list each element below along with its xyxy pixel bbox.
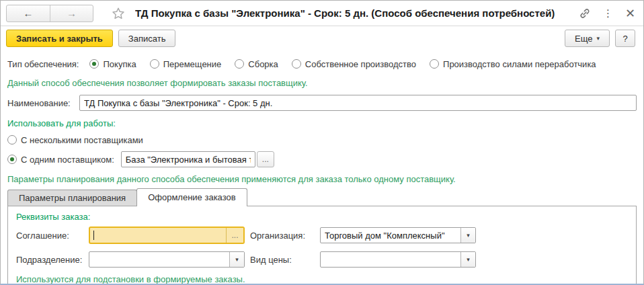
agreement-input[interactable] — [90, 228, 226, 243]
radio-label: Сборка — [248, 59, 278, 69]
organization-dropdown-icon[interactable]: ▾ — [460, 228, 475, 243]
title-bar: ← → ТД Покупка с базы "Электроника" - Ср… — [1, 1, 643, 26]
tab-bar: Параметры планирования Оформление заказо… — [7, 188, 637, 206]
save-and-close-button[interactable]: Записать и закрыть — [6, 30, 113, 47]
radio-circle — [89, 59, 99, 69]
radio-circle — [235, 59, 244, 69]
substitution-note: Используются для подстановки в формируем… — [16, 274, 628, 284]
name-label: Наименование: — [7, 98, 79, 108]
department-input[interactable] — [89, 252, 229, 267]
help-button[interactable]: ? — [615, 30, 635, 47]
radio-circle — [430, 59, 439, 69]
radio-circle — [7, 135, 17, 145]
order-processing-panel: Реквизиты заказа: Соглашение: ... Органи… — [7, 206, 637, 285]
price-type-dropdown-icon[interactable]: ▾ — [460, 252, 475, 267]
radio-label: С одним поставщиком: — [21, 155, 114, 165]
department-dropdown-icon[interactable]: ▾ — [229, 252, 244, 267]
supply-type-label: Тип обеспечения: — [7, 59, 79, 69]
agreement-field: ... — [89, 227, 245, 244]
forward-arrow-icon[interactable]: → — [50, 5, 93, 22]
order-details-header: Реквизиты заказа: — [16, 212, 628, 222]
supplier-choose-button[interactable]: ... — [257, 151, 274, 167]
organization-combo: ▾ — [320, 227, 476, 243]
price-type-combo: ▾ — [320, 251, 476, 268]
radio-assembly[interactable]: Сборка — [235, 59, 278, 69]
organization-input[interactable] — [321, 228, 460, 243]
radio-single-supplier[interactable]: С одним поставщиком: — [7, 155, 114, 165]
supplier-orders-note: Данный способ обеспечения позволяет форм… — [7, 78, 637, 89]
back-arrow-icon[interactable]: ← — [7, 5, 50, 22]
supply-type-row: Тип обеспечения: Покупка Перемещение Сбо… — [7, 57, 637, 71]
radio-label: С несколькими поставщиками — [21, 135, 143, 145]
page-title: ТД Покупка с базы "Электроника" - Срок: … — [135, 7, 572, 19]
save-button[interactable]: Записать — [118, 30, 176, 47]
more-button[interactable]: Еще ▾ — [565, 30, 610, 47]
link-icon[interactable] — [579, 7, 591, 19]
department-combo: ▾ — [89, 251, 245, 268]
text-cursor — [93, 231, 94, 240]
radio-purchase[interactable]: Покупка — [89, 59, 136, 69]
radio-label: Собственное производство — [305, 59, 416, 69]
tab-order-processing[interactable]: Оформление заказов — [136, 188, 247, 206]
more-button-label: Еще — [575, 34, 592, 44]
radio-circle — [150, 59, 159, 69]
radio-circle — [292, 59, 301, 69]
agreement-choose-button[interactable]: ... — [226, 228, 243, 243]
supply-method-form-window: ← → ТД Покупка с базы "Электроника" - Ср… — [0, 0, 644, 285]
chevron-down-icon: ▾ — [596, 35, 600, 42]
favorite-star-icon[interactable] — [111, 6, 126, 21]
order-details-grid: Соглашение: ... Организация: ▾ Подраздел… — [16, 227, 628, 268]
radio-circle — [7, 155, 17, 164]
price-type-input[interactable] — [321, 252, 460, 267]
radio-processor-production[interactable]: Производство силами переработчика — [430, 59, 596, 69]
multiple-suppliers-row: С несколькими поставщиками — [7, 134, 637, 146]
department-label: Подразделение: — [16, 255, 83, 265]
name-input[interactable] — [79, 95, 637, 111]
price-type-label: Вид цены: — [250, 255, 315, 265]
form-body: Тип обеспечения: Покупка Перемещение Сбо… — [1, 50, 643, 285]
planning-note: Параметры планирования данного способа о… — [7, 174, 637, 185]
organization-label: Организация: — [250, 231, 315, 241]
radio-transfer[interactable]: Перемещение — [150, 59, 222, 69]
command-bar: Записать и закрыть Записать Еще ▾ ? — [1, 26, 643, 50]
radio-label: Производство силами переработчика — [443, 59, 596, 69]
name-row: Наименование: — [7, 95, 637, 111]
radio-multiple-suppliers[interactable]: С несколькими поставщиками — [7, 135, 143, 145]
tab-planning-parameters[interactable]: Параметры планирования — [7, 190, 137, 206]
title-actions: ⋮ ✕ — [579, 7, 635, 19]
radio-label: Перемещение — [163, 59, 222, 69]
radio-own-production[interactable]: Собственное производство — [292, 59, 416, 69]
history-nav-group: ← → — [6, 5, 93, 22]
agreement-label: Соглашение: — [16, 231, 83, 241]
radio-label: Покупка — [103, 59, 136, 69]
usage-group-header: Использовать для работы: — [7, 118, 637, 129]
supplier-field-group: ... — [121, 151, 274, 167]
supplier-input[interactable] — [121, 151, 255, 167]
more-dots-icon[interactable]: ⋮ — [603, 8, 613, 18]
close-icon[interactable]: ✕ — [625, 7, 635, 19]
single-supplier-row: С одним поставщиком: ... — [7, 151, 637, 168]
